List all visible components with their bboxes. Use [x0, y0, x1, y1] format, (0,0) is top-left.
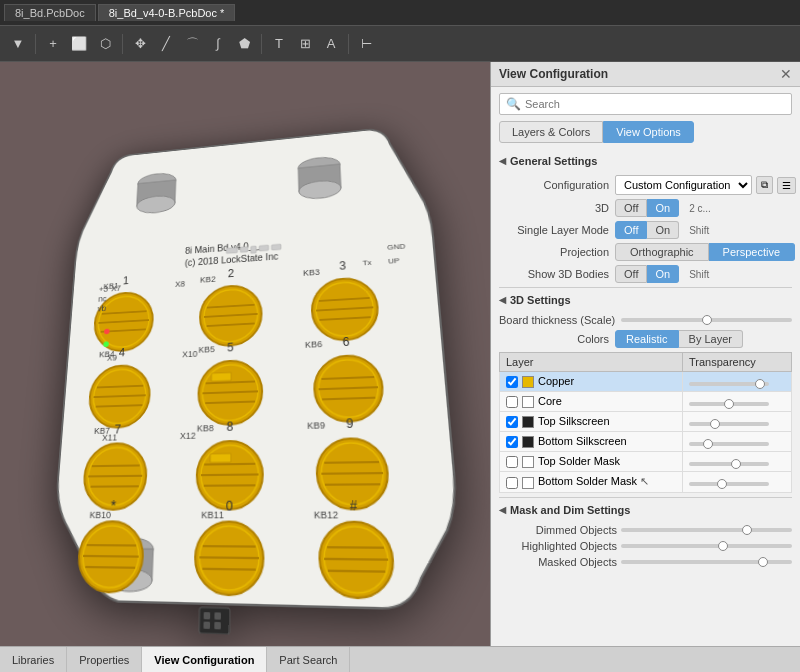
svg-text:KB2: KB2 [200, 274, 216, 284]
layer-row[interactable]: Top Solder Mask [500, 452, 792, 472]
3d-on-button[interactable]: On [647, 199, 679, 217]
3d-off-button[interactable]: Off [615, 199, 647, 217]
layer-row[interactable]: Bottom Solder Mask ↖ [500, 472, 792, 492]
layer-checkbox[interactable] [506, 396, 518, 408]
layer-checkbox[interactable] [506, 416, 518, 428]
layer-transparency-cell [682, 432, 791, 452]
show-3d-on-button[interactable]: On [647, 265, 679, 283]
masked-slider[interactable] [621, 560, 792, 564]
properties-tab[interactable]: Properties [67, 647, 142, 672]
config-manage-button[interactable]: ☰ [777, 177, 796, 194]
layer-transparency-slider[interactable] [689, 462, 769, 466]
config-copy-button[interactable]: ⧉ [756, 176, 773, 194]
layer-transparency-slider[interactable] [689, 442, 769, 446]
show-3d-off-button[interactable]: Off [615, 265, 647, 283]
svg-rect-87 [204, 612, 211, 619]
svg-line-59 [201, 474, 259, 475]
dimmed-row: Dimmed Objects [499, 524, 792, 536]
perspective-button[interactable]: Perspective [709, 243, 795, 261]
layer-checkbox[interactable] [506, 436, 518, 448]
layer-row[interactable]: Bottom Silkscreen [500, 432, 792, 452]
board-thickness-slider[interactable] [621, 318, 792, 322]
tab-pcbdoc1[interactable]: 8i_Bd.PcbDoc [4, 4, 96, 21]
bezier-tool[interactable]: ∫ [206, 32, 230, 56]
close-icon[interactable]: ✕ [780, 66, 792, 82]
layer-transparency-slider[interactable] [689, 422, 769, 426]
single-layer-toggle: Off On [615, 221, 679, 239]
svg-rect-99 [211, 373, 231, 382]
svg-text:GND: GND [387, 242, 406, 252]
add-tool[interactable]: + [41, 32, 65, 56]
label-tool[interactable]: A [319, 32, 343, 56]
layer-color-swatch [522, 416, 534, 428]
layer-transparency-slider[interactable] [689, 382, 769, 386]
component-tool[interactable]: ⊞ [293, 32, 317, 56]
board-3d: 8i Main Bd v4.0___ (c) 2018 LockState In… [26, 105, 490, 646]
configuration-select[interactable]: Custom Configuration [615, 175, 752, 195]
by-layer-button[interactable]: By Layer [679, 330, 743, 348]
tab-pcbdoc2[interactable]: 8i_Bd_v4-0-B.PcbDoc * [98, 4, 236, 21]
svg-line-83 [324, 559, 388, 560]
view-configuration-tab[interactable]: View Configuration [142, 647, 267, 672]
ortho-button[interactable]: Orthographic [615, 243, 709, 261]
realistic-button[interactable]: Realistic [615, 330, 679, 348]
tab-bar: 8i_Bd.PcbDoc 8i_Bd_v4-0-B.PcbDoc * [0, 0, 800, 26]
board-thickness-row: Board thickness (Scale) [499, 314, 792, 326]
single-layer-shortcut: Shift [689, 225, 709, 236]
3d-view[interactable]: 8i Main Bd v4.0___ (c) 2018 LockState In… [0, 62, 490, 646]
libraries-tab[interactable]: Libraries [0, 647, 67, 672]
layer-transparency-slider[interactable] [689, 482, 769, 486]
highlighted-slider[interactable] [621, 544, 792, 548]
part-search-tab[interactable]: Part Search [267, 647, 350, 672]
layer-row[interactable]: Top Silkscreen [500, 412, 792, 432]
svg-rect-96 [271, 244, 281, 250]
board-svg: 8i Main Bd v4.0___ (c) 2018 LockState In… [27, 105, 490, 643]
lasso-select-tool[interactable]: ⬡ [93, 32, 117, 56]
svg-rect-92 [226, 247, 237, 253]
projection-toggle: Orthographic Perspective [615, 243, 795, 261]
dimmed-slider[interactable] [621, 528, 792, 532]
single-layer-off-button[interactable]: Off [615, 221, 647, 239]
tab-layers-colors[interactable]: Layers & Colors [499, 121, 603, 143]
move-tool[interactable]: ✥ [128, 32, 152, 56]
measure-tool[interactable]: ⊢ [354, 32, 378, 56]
layer-name-label: Core [538, 395, 562, 407]
wire-tool[interactable]: ╱ [154, 32, 178, 56]
single-layer-on-button[interactable]: On [647, 221, 679, 239]
board-thickness-slider-wrap [621, 318, 792, 322]
layer-name-cell: Top Silkscreen [500, 412, 683, 432]
svg-line-82 [327, 547, 384, 548]
main-content: 8i Main Bd v4.0___ (c) 2018 LockState In… [0, 62, 800, 646]
configuration-row: Configuration Custom Configuration ⧉ ☰ [499, 175, 792, 195]
polygon-tool[interactable]: ⬟ [232, 32, 256, 56]
layer-name-label: Copper [538, 375, 574, 387]
layer-name-cell: Core [500, 392, 683, 412]
filter-tool[interactable]: ▼ [6, 32, 30, 56]
layer-row[interactable]: Core [500, 392, 792, 412]
text-tool[interactable]: T [267, 32, 291, 56]
show-3d-toggle: Off On [615, 265, 679, 283]
layer-checkbox[interactable] [506, 456, 518, 468]
cursor-indicator: ↖ [637, 475, 649, 487]
layer-color-swatch [522, 436, 534, 448]
svg-text:KB6: KB6 [305, 339, 323, 350]
svg-text:KB4: KB4 [99, 349, 115, 359]
arc-tool[interactable]: ⌒ [180, 32, 204, 56]
search-input[interactable] [525, 98, 785, 110]
svg-text:X8: X8 [175, 279, 185, 289]
svg-text:KB5: KB5 [198, 344, 215, 355]
rect-select-tool[interactable]: ⬜ [67, 32, 91, 56]
layer-name-label: Top Solder Mask [538, 455, 620, 467]
layer-row[interactable]: Copper [500, 372, 792, 392]
3d-toggle: Off On [615, 199, 679, 217]
svg-line-65 [321, 473, 383, 474]
tab-view-options[interactable]: View Options [603, 121, 694, 143]
board-thickness-label: Board thickness (Scale) [499, 314, 615, 326]
layer-checkbox[interactable] [506, 376, 518, 388]
layer-transparency-slider[interactable] [689, 402, 769, 406]
svg-line-58 [204, 464, 255, 465]
layer-checkbox[interactable] [506, 477, 518, 489]
layer-color-swatch [522, 477, 534, 489]
svg-text:1: 1 [123, 274, 130, 286]
chevron-down-icon: ◀ [499, 156, 506, 166]
